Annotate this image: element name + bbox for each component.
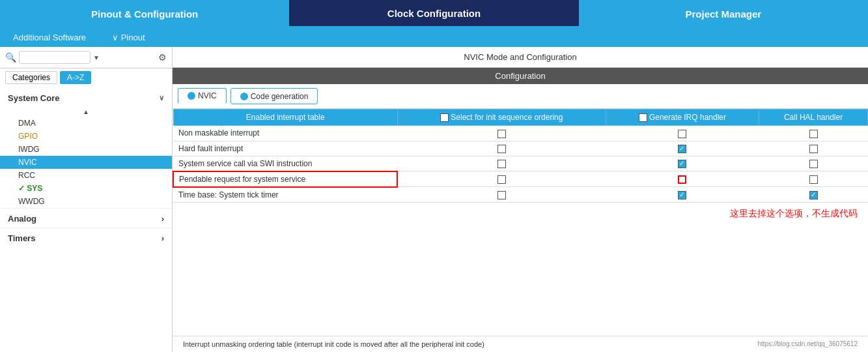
table-row: Time base: System tick timer [173,187,868,203]
section-system-core: System Core ∨ ▲ DMA GPIO IWDG NVIC RCC ✓… [0,89,172,208]
table-row: System service call via SWI instruction [173,156,868,171]
row-pendable-select-init[interactable] [397,171,606,187]
sidebar-item-wwdg[interactable]: WWDG [0,195,172,208]
content-area: NVIC Mode and Configuration Configuratio… [173,47,868,352]
col-header-call-hal: Call HAL handler [759,110,868,126]
section-timers-arrow-icon: › [161,233,164,243]
nvic-tab-icon [188,92,195,100]
row-systick-select-init[interactable] [397,187,606,203]
section-header-system-core[interactable]: System Core ∨ [0,89,172,107]
section-header-analog[interactable]: Analog › [0,208,172,227]
checkbox-systick-generate-irq[interactable] [678,191,686,199]
section-title-timers: Timers [8,233,35,243]
sidebar-content: System Core ∨ ▲ DMA GPIO IWDG NVIC RCC ✓… [0,87,172,352]
checkbox-pendable-select-init[interactable] [497,175,506,184]
tab-nvic-label: NVIC [198,91,217,100]
row-pendable-label: Pendable request for system service [173,171,397,187]
checkbox-systick-call-hal[interactable] [809,191,818,199]
sidebar-search-bar: 🔍 ▼ ⚙ [0,47,172,68]
sidebar-item-gpio[interactable]: GPIO [0,130,172,143]
checkbox-non-maskable-generate-irq[interactable] [678,130,686,138]
row-swi-label: System service call via SWI instruction [173,156,397,171]
col-header-select-init: Select for init sequence ordering [397,110,606,126]
annotation-text: 这里去掉这个选项，不生成代码 [173,203,868,225]
table-row: Hard fault interrupt [173,141,868,156]
checkbox-swi-generate-irq[interactable] [678,160,686,168]
bottom-note: https://blog.csdn.net/qq_36075612 Interr… [173,336,868,352]
row-pendable-call-hal[interactable] [759,171,868,187]
nav-project[interactable]: Project Manager [579,0,868,27]
checkbox-pendable-generate-irq[interactable] [678,175,686,184]
sidebar: 🔍 ▼ ⚙ Categories A->Z System Core ∨ ▲ DM… [0,47,173,352]
row-hard-fault-select-init[interactable] [397,141,606,156]
table-row: Non maskable interrupt [173,126,868,141]
row-non-maskable-generate-irq[interactable] [606,126,759,141]
section-analog: Analog › [0,208,172,227]
row-non-maskable-call-hal[interactable] [759,126,868,141]
nav-clock[interactable]: Clock Configuration [289,0,578,27]
row-hard-fault-label: Hard fault interrupt [173,141,397,156]
row-swi-select-init[interactable] [397,156,606,171]
nav-pinout[interactable]: Pinout & Configuration [0,0,289,27]
col-header-select-init-checkbox[interactable] [440,113,449,122]
second-nav: Additional Software ∨ Pinout [0,27,868,47]
row-hard-fault-generate-irq[interactable] [606,141,759,156]
scroll-up-icon[interactable]: ▲ [0,108,172,115]
content-title: NVIC Mode and Configuration [173,47,868,68]
sidebar-item-iwdg[interactable]: IWDG [0,143,172,156]
interrupt-table: Enabled interrupt table Select for init … [173,109,868,203]
bottom-note-text: Interrupt unmasking ordering table (inte… [183,340,484,348]
checkbox-swi-select-init[interactable] [497,160,506,168]
row-systick-call-hal[interactable] [759,187,868,203]
checkbox-hard-fault-generate-irq[interactable] [678,145,686,153]
section-analog-arrow-icon: › [161,214,164,224]
col-header-generate-irq-label: Generate IRQ handler [649,113,726,122]
col-header-select-init-label: Select for init sequence ordering [451,113,563,122]
row-systick-label: Time base: System tick timer [173,187,397,203]
checkbox-swi-call-hal[interactable] [809,160,818,168]
tab-categories[interactable]: Categories [5,71,57,84]
bottom-link[interactable]: https://blog.csdn.net/qq_36075612 [758,340,858,347]
main-layout: 🔍 ▼ ⚙ Categories A->Z System Core ∨ ▲ DM… [0,47,868,352]
search-arrow-icon[interactable]: ▼ [93,54,100,61]
nav-pinout-menu[interactable]: ∨ Pinout [112,33,145,42]
code-gen-tab-icon [240,93,248,100]
col-header-enabled: Enabled interrupt table [173,110,397,126]
section-header-timers[interactable]: Timers › [0,227,172,247]
row-pendable-generate-irq[interactable] [606,171,759,187]
search-icon: 🔍 [5,52,16,63]
section-arrow-icon: ∨ [159,94,164,102]
row-non-maskable-label: Non maskable interrupt [173,126,397,141]
top-nav: Pinout & Configuration Clock Configurati… [0,0,868,27]
section-timers: Timers › [0,227,172,247]
sidebar-item-dma[interactable]: DMA [0,117,172,130]
section-title-analog: Analog [8,214,36,224]
tab-code-generation-label: Code generation [251,92,309,101]
nav-additional-software[interactable]: Additional Software [13,33,86,42]
tab-code-generation[interactable]: Code generation [231,88,318,104]
tab-nvic[interactable]: NVIC [178,88,227,104]
row-systick-generate-irq[interactable] [606,187,759,203]
row-non-maskable-select-init[interactable] [397,126,606,141]
checkbox-hard-fault-select-init[interactable] [497,145,506,153]
checkbox-hard-fault-call-hal[interactable] [809,145,818,153]
col-header-generate-irq-checkbox[interactable] [639,113,647,122]
interrupt-table-wrap: Enabled interrupt table Select for init … [173,109,868,336]
row-swi-call-hal[interactable] [759,156,868,171]
content-tabs-row: NVIC Code generation [173,84,868,109]
checkbox-non-maskable-call-hal[interactable] [809,130,818,138]
gear-icon[interactable]: ⚙ [158,52,167,63]
search-input[interactable] [19,51,91,64]
table-row-highlighted: Pendable request for system service [173,171,868,187]
sidebar-item-nvic[interactable]: NVIC [0,156,172,169]
checkbox-systick-select-init[interactable] [497,191,506,199]
row-hard-fault-call-hal[interactable] [759,141,868,156]
section-title-system-core: System Core [8,93,59,103]
tab-az[interactable]: A->Z [60,71,91,84]
checkbox-pendable-call-hal[interactable] [809,175,818,184]
sidebar-item-rcc[interactable]: RCC [0,169,172,182]
sidebar-item-sys[interactable]: ✓ SYS [0,182,172,195]
col-header-generate-irq: Generate IRQ handler [606,110,759,126]
row-swi-generate-irq[interactable] [606,156,759,171]
checkbox-non-maskable-select-init[interactable] [497,130,506,138]
